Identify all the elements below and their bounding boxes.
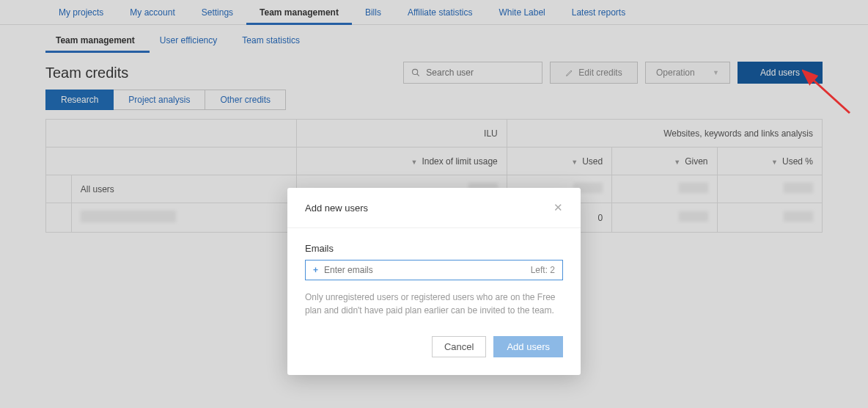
emails-label: Emails	[305, 243, 563, 254]
add-users-modal: Add new users ✕ Emails + Left: 2 Only un…	[287, 188, 581, 375]
cancel-button[interactable]: Cancel	[432, 336, 486, 357]
emails-left-count: Left: 2	[531, 265, 555, 275]
modal-title: Add new users	[305, 203, 368, 214]
emails-help-text: Only unregistered users or registered us…	[305, 291, 563, 317]
add-users-submit-button[interactable]: Add users	[493, 336, 563, 357]
modal-overlay[interactable]: Add new users ✕ Emails + Left: 2 Only un…	[0, 0, 868, 408]
emails-field[interactable]: + Left: 2	[305, 260, 563, 280]
close-icon[interactable]: ✕	[553, 201, 563, 214]
emails-input[interactable]	[324, 265, 525, 275]
plus-icon: +	[313, 265, 318, 275]
